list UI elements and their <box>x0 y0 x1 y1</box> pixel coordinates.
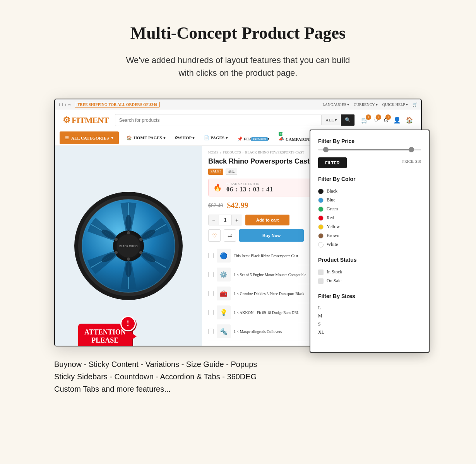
color-item-brown[interactable]: Brown <box>318 231 421 240</box>
svg-point-12 <box>127 231 130 234</box>
size-s[interactable]: S <box>318 320 421 328</box>
all-categories-button[interactable]: ☰ ALL CATEGORIES ▾ <box>60 131 119 144</box>
svg-point-3 <box>125 215 132 230</box>
account-icon[interactable]: 👤 <box>393 116 401 124</box>
color-list: Black Blue Green Red <box>318 187 421 249</box>
filter-button[interactable]: FILTER <box>318 157 347 168</box>
bundle-img-2: ⚙️ <box>217 268 231 281</box>
quantity-stepper: − + <box>208 215 242 225</box>
svg-point-16 <box>115 251 118 254</box>
search-button[interactable]: 🔍 <box>341 114 354 126</box>
cart-badge: 1 <box>366 114 371 120</box>
twitter-icon[interactable]: t <box>65 102 66 107</box>
price-slider-thumb-right[interactable] <box>409 147 414 152</box>
yellow-dot <box>318 224 324 230</box>
color-label-yellow: Yellow <box>327 224 340 230</box>
brown-dot <box>318 233 324 239</box>
wishlist-icon[interactable]: ♡ 2 <box>373 116 379 124</box>
home-icon[interactable]: 🏠 <box>406 116 413 124</box>
add-to-cart-button[interactable]: Add to cart <box>245 215 289 225</box>
qty-input[interactable] <box>219 215 232 225</box>
logo-icon: ⚙ <box>63 115 70 125</box>
qty-increase[interactable]: + <box>232 215 242 225</box>
color-item-red[interactable]: Red <box>318 213 421 222</box>
price-slider-thumb-left[interactable] <box>323 147 329 152</box>
hero-subtitle: We've added hundreds of layout features … <box>15 54 461 79</box>
product-image-area: BLACK RHINO <box>55 146 202 346</box>
color-item-yellow[interactable]: Yellow <box>318 222 421 231</box>
bottom-line-1: Buynow - Sticky Content - Variations - S… <box>54 358 422 370</box>
original-price: $82.49 <box>208 203 223 209</box>
status-on-sale[interactable]: On Sale <box>318 276 421 285</box>
bundle-check-3[interactable] <box>208 291 214 296</box>
facebook-icon[interactable]: f <box>59 102 60 107</box>
wishlist-button[interactable]: ♡ <box>208 229 221 242</box>
page-title: Multi-Concept Product Pages <box>15 23 461 43</box>
color-item-black[interactable]: Black <box>318 187 421 196</box>
buy-now-button[interactable]: Buy Now <box>239 229 304 242</box>
color-item-green[interactable]: Green <box>318 205 421 213</box>
cart-icon-top[interactable]: 🛒 <box>413 102 417 107</box>
on-sale-checkbox[interactable] <box>318 278 324 284</box>
bundle-check-2[interactable] <box>208 272 214 277</box>
fire-icon: 🔥 <box>213 183 222 192</box>
nav-item-shop[interactable]: 🛍 SHOP ▾ <box>170 131 200 144</box>
bundle-check-5[interactable] <box>208 329 214 334</box>
nav-item-features[interactable]: PREMIUM 📌 FEATURES ▾ <box>233 130 274 145</box>
store-icons: 🛒 1 ♡ 2 ⊙ 1 👤 🏠 <box>361 116 413 124</box>
in-stock-checkbox[interactable] <box>318 270 324 275</box>
free-shipping-notice: FREE SHIPPING FOR ALL ORDERS OF $340 <box>75 102 160 107</box>
compare-icon[interactable]: ⊙ 1 <box>384 116 389 124</box>
search-input[interactable] <box>115 115 322 126</box>
bundle-img-3: 🧰 <box>217 287 231 300</box>
compare-button[interactable]: ⇄ <box>224 229 236 242</box>
compare-badge: 1 <box>385 114 391 120</box>
size-l[interactable]: L <box>318 304 421 312</box>
color-label-brown: Brown <box>327 233 339 239</box>
filter-price-title: Filter By Price <box>318 138 421 144</box>
color-label-black: Black <box>327 188 337 194</box>
qty-decrease[interactable]: − <box>209 215 219 225</box>
chevron-down-icon: ▾ <box>111 135 113 140</box>
color-item-white[interactable]: White <box>318 240 421 249</box>
nav-item-pages[interactable]: 📄 PAGES ▾ <box>199 131 232 144</box>
topbar-right: LANGAUGES ▾ CURRENCY ▾ QUICK HELP ▾ 🛒 <box>323 102 418 107</box>
bottom-description: Buynow - Sticky Content - Variations - S… <box>54 358 422 395</box>
price-label: PRICE: $10 <box>402 159 421 164</box>
product-wheel-image: BLACK RHINO <box>70 188 187 304</box>
svg-point-14 <box>139 251 142 254</box>
whatsapp-icon[interactable]: w <box>68 102 71 107</box>
filter-by-price-section: Filter By Price FILTER PRICE: $10 <box>318 138 421 168</box>
sale-price: $42.99 <box>227 201 248 210</box>
logo-text: FITMENT <box>72 115 109 125</box>
bundle-check-4[interactable] <box>208 310 214 315</box>
status-in-stock[interactable]: In Stock <box>318 268 421 276</box>
size-m[interactable]: M <box>318 312 421 320</box>
store-header: ⚙ FITMENT ALL ▾ 🔍 🛒 1 ♡ 2 <box>55 110 421 130</box>
category-dropdown[interactable]: ALL ▾ <box>321 115 341 125</box>
cart-icon[interactable]: 🛒 1 <box>361 116 369 124</box>
quick-help-dropdown[interactable]: QUICK HELP ▾ <box>382 102 408 107</box>
color-item-blue[interactable]: Blue <box>318 196 421 205</box>
nav-items: 🏠 HOME PAGES ▾ 🛍 SHOP ▾ 📄 PAGES ▾ PREMIU… <box>122 130 320 145</box>
blue-dot <box>318 198 324 203</box>
languages-dropdown[interactable]: LANGAUGES ▾ <box>323 102 349 107</box>
premium-badge: PREMIUM <box>251 137 268 141</box>
size-xl[interactable]: XL <box>318 328 421 336</box>
instagram-icon[interactable]: i <box>62 102 63 107</box>
currency-dropdown[interactable]: CURRENCY ▾ <box>354 102 378 107</box>
nav-item-home[interactable]: 🏠 HOME PAGES ▾ <box>122 131 170 144</box>
color-label-red: Red <box>327 215 334 221</box>
bundle-check-1[interactable] <box>208 253 214 258</box>
filter-by-sizes-section: Filter By Sizes L M S XL <box>318 293 421 336</box>
svg-point-6 <box>125 261 132 277</box>
browser-topbar: f i t w FREE SHIPPING FOR ALL ORDERS OF … <box>55 99 421 110</box>
hamburger-icon: ☰ <box>65 135 69 140</box>
search-bar: ALL ▾ 🔍 <box>115 114 355 126</box>
color-label-blue: Blue <box>327 197 336 203</box>
product-status-title: Product Status <box>318 257 421 263</box>
campaigns-label: CAMPAIGNS <box>286 137 312 142</box>
svg-text:BLACK RHINO: BLACK RHINO <box>119 245 138 247</box>
filter-color-title: Filter By Color <box>318 176 421 182</box>
attention-bubble: ATTENTION PLEASE ! <box>78 324 132 346</box>
